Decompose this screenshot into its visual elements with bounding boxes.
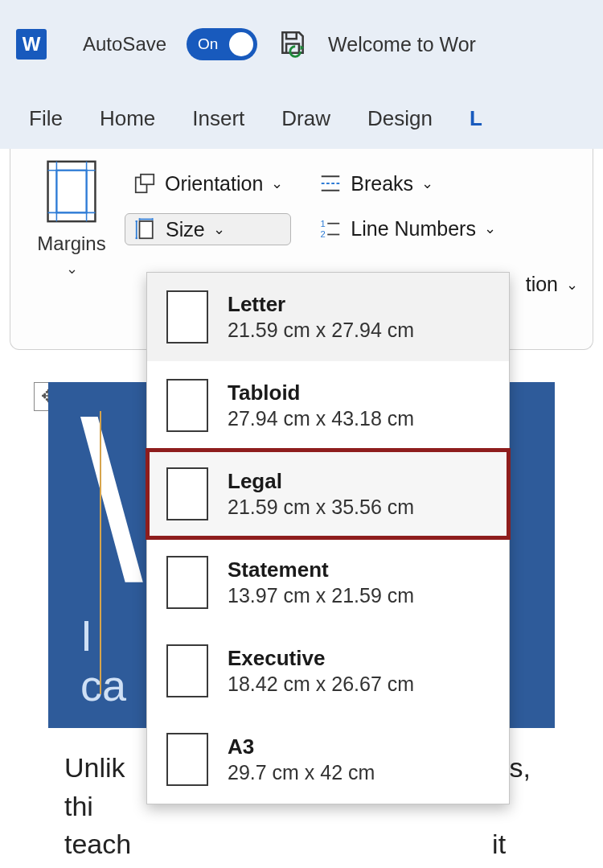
size-option-name: Tabloid (228, 381, 414, 405)
line-numbers-icon: 12 (318, 216, 343, 241)
chevron-down-icon: ⌄ (271, 175, 283, 192)
title-bar: W AutoSave On Welcome to Wor (0, 0, 603, 88)
margin-guide (100, 411, 101, 694)
sub-text-left: I (80, 611, 92, 660)
breaks-button[interactable]: Breaks ⌄ (310, 168, 504, 199)
size-option-tabloid[interactable]: Tabloid27.94 cm x 43.18 cm (147, 361, 509, 450)
hyphenation-button[interactable]: tion ⌄ (518, 269, 586, 299)
page-icon (166, 644, 208, 697)
size-option-name: Legal (228, 469, 414, 494)
margins-icon (47, 160, 96, 228)
size-option-a3[interactable]: A329.7 cm x 42 cm (147, 715, 509, 804)
size-option-executive[interactable]: Executive18.42 cm x 26.67 cm (147, 627, 509, 715)
word-app-icon: W (16, 29, 47, 60)
tab-insert[interactable]: Insert (192, 106, 244, 131)
page-icon (166, 290, 208, 343)
save-icon[interactable] (277, 27, 308, 61)
size-option-dimensions: 21.59 cm x 35.56 cm (228, 496, 414, 519)
size-option-legal[interactable]: Legal21.59 cm x 35.56 cm (147, 450, 509, 538)
autosave-label: AutoSave (83, 33, 166, 56)
chevron-down-icon: ⌄ (213, 220, 225, 238)
tab-file[interactable]: File (29, 106, 63, 131)
chevron-down-icon: ⌄ (66, 260, 78, 278)
size-button[interactable]: Size ⌄ (125, 213, 291, 245)
toggle-knob (229, 32, 253, 56)
page-icon (166, 733, 208, 786)
size-option-dimensions: 29.7 cm x 42 cm (228, 761, 375, 784)
svg-rect-8 (140, 221, 153, 238)
big-text-left: \ (80, 382, 150, 627)
size-option-statement[interactable]: Statement13.97 cm x 21.59 cm (147, 538, 509, 627)
margins-button[interactable]: Margins ⌄ (23, 160, 120, 338)
page-icon (166, 379, 208, 432)
page-icon (166, 556, 208, 609)
size-option-name: Statement (228, 557, 414, 582)
size-option-name: A3 (228, 734, 375, 759)
autosave-toggle[interactable]: On (187, 28, 257, 60)
size-icon (133, 217, 158, 241)
breaks-label: Breaks (351, 172, 413, 195)
size-option-dimensions: 21.59 cm x 27.94 cm (228, 319, 414, 342)
line-numbers-button[interactable]: 12 Line Numbers ⌄ (310, 213, 504, 244)
size-option-dimensions: 27.94 cm x 43.18 cm (228, 407, 414, 430)
chevron-down-icon: ⌄ (484, 220, 496, 237)
svg-rect-7 (141, 175, 154, 185)
size-option-dimensions: 13.97 cm x 21.59 cm (228, 584, 414, 607)
orientation-button[interactable]: Orientation ⌄ (125, 168, 291, 199)
margins-label: Margins (37, 232, 105, 255)
orientation-icon (133, 171, 157, 195)
orientation-label: Orientation (165, 172, 263, 195)
svg-text:1: 1 (321, 219, 326, 228)
page-icon (166, 467, 208, 520)
tab-home[interactable]: Home (100, 106, 155, 131)
breaks-icon (318, 171, 343, 195)
autosave-state: On (198, 35, 218, 53)
line-numbers-label: Line Numbers (351, 217, 476, 241)
ribbon-tabs: File Home Insert Draw Design L (0, 88, 603, 149)
size-dropdown: Letter21.59 cm x 27.94 cmTabloid27.94 cm… (146, 272, 510, 804)
document-title[interactable]: Welcome to Wor (328, 33, 476, 56)
size-option-dimensions: 18.42 cm x 26.67 cm (228, 673, 414, 696)
size-option-name: Executive (228, 646, 414, 671)
size-option-letter[interactable]: Letter21.59 cm x 27.94 cm (147, 273, 509, 361)
tab-draw[interactable]: Draw (281, 106, 330, 131)
chevron-down-icon: ⌄ (566, 276, 578, 294)
size-option-name: Letter (228, 292, 414, 317)
hyphenation-label-partial: tion (526, 273, 558, 296)
tab-design[interactable]: Design (367, 106, 433, 131)
tab-layout[interactable]: L (470, 106, 482, 131)
size-label: Size (166, 218, 205, 241)
svg-text:2: 2 (321, 229, 326, 239)
chevron-down-icon: ⌄ (421, 175, 433, 192)
